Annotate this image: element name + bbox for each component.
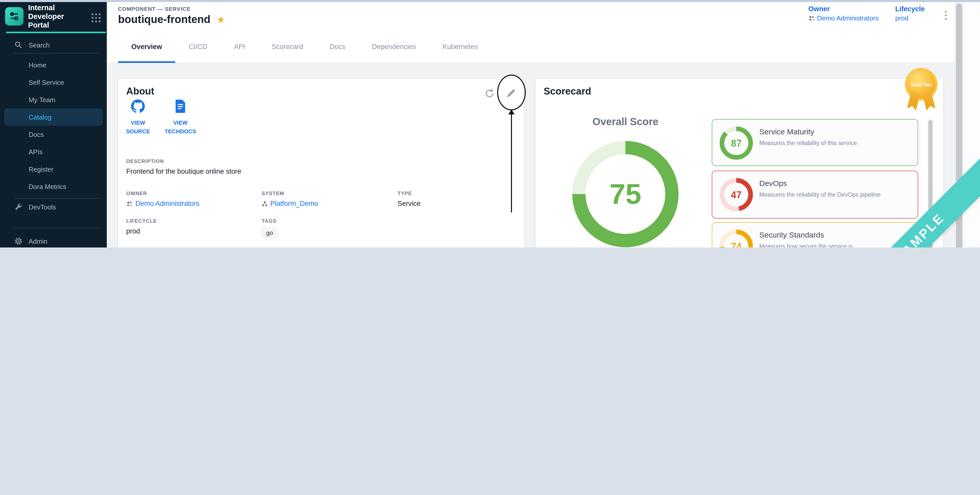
sidebar-item-devtools[interactable]: DevTools — [0, 199, 107, 215]
score-entry-title: DevOps — [759, 179, 787, 188]
lifecycle-value: prod — [895, 14, 908, 22]
svg-text:47: 47 — [731, 189, 741, 200]
right-rail — [964, 2, 980, 247]
sidebar-item-catalog[interactable]: Catalog — [4, 108, 103, 126]
description-value: Frontend for the boutique online store — [126, 167, 514, 175]
score-donut: 74 — [718, 228, 754, 247]
kebab-menu-icon[interactable] — [941, 9, 950, 21]
group-icon — [808, 15, 815, 21]
main-area: COMPONENT — SERVICE boutique-frontend ★ … — [107, 0, 980, 247]
edit-pencil-icon[interactable] — [505, 88, 518, 100]
lifecycle-value: prod — [126, 227, 157, 235]
tab-scorecard[interactable]: Scorecard — [258, 32, 316, 63]
sidebar-search[interactable]: Search — [0, 37, 107, 53]
overall-score-label: Overall Score — [574, 116, 676, 128]
score-entry-title: Service Maturity — [759, 127, 814, 136]
score-entry-service-maturity[interactable]: 87Service MaturityMeasures the reliabili… — [712, 119, 918, 166]
brand-title: Internal Developer Portal — [28, 3, 84, 29]
tab-api[interactable]: API — [221, 32, 259, 63]
sidebar-item-self-service[interactable]: Self Service — [0, 73, 107, 91]
scorecard-title: Scorecard — [544, 86, 591, 97]
system-icon — [262, 201, 268, 207]
scorecard-card: Scorecard Gold Tier Overall Score 75 87S… — [535, 78, 944, 247]
page-title: boutique-frontend — [118, 13, 210, 25]
score-entry-title: Security Standards — [759, 231, 824, 239]
score-entry-security-standards[interactable]: 74Security StandardsMeasures how secure … — [712, 222, 918, 247]
tab-dependencies[interactable]: Dependencies — [359, 32, 430, 63]
sidebar-item-docs[interactable]: Docs — [0, 126, 107, 143]
field-owner: OWNER Demo Administrators — [126, 191, 199, 207]
group-icon — [126, 201, 133, 206]
app-window: Internal Developer Portal Search HomeSel… — [0, 0, 980, 247]
overall-score-gauge: 75 — [572, 140, 679, 247]
field-type: TYPE Service — [398, 191, 420, 207]
tag-chip[interactable]: go — [262, 227, 278, 239]
overall-score-value: 75 — [572, 177, 679, 210]
tab-ci-cd[interactable]: CI/CD — [175, 32, 221, 63]
owner-link[interactable]: Demo Administrators — [808, 14, 878, 22]
header-owner: Owner Demo Administrators — [808, 5, 878, 22]
refresh-icon[interactable] — [484, 88, 496, 100]
score-entry-devops[interactable]: 47DevOpsMeasures the reliability of the … — [712, 170, 918, 219]
sidebar-item-label: DevTools — [29, 203, 56, 211]
sidebar-nav: HomeSelf ServiceMy TeamCatalogDocsAPIsRe… — [0, 56, 107, 195]
sidebar-item-home[interactable]: Home — [0, 56, 107, 73]
github-icon — [131, 99, 145, 113]
field-tags: TAGS go — [262, 218, 278, 239]
favorite-star-icon[interactable]: ★ — [216, 14, 225, 24]
type-value: Service — [398, 200, 420, 207]
annotation-arrowhead — [508, 109, 514, 115]
portal-logo-icon — [5, 7, 24, 25]
brand-divider — [6, 32, 106, 33]
sidebar-item-dora-metrics[interactable]: Dora Metrics — [0, 178, 107, 195]
sidebar-item-label: Admin — [29, 237, 48, 245]
tab-bar: OverviewCI/CDAPIScorecardDocsDependencie… — [107, 32, 980, 63]
score-donut: 47 — [718, 177, 754, 213]
tab-overview[interactable]: Overview — [118, 32, 175, 63]
owner-label: Owner — [808, 5, 878, 13]
divider — [14, 228, 101, 228]
page-header: COMPONENT — SERVICE boutique-frontend ★ … — [107, 0, 980, 32]
techdocs-icon — [174, 99, 187, 113]
view-source-link[interactable]: VIEWSOURCE — [115, 99, 161, 136]
tab-docs[interactable]: Docs — [316, 32, 359, 63]
gold-tier-badge: Gold Tier — [907, 70, 935, 99]
score-entry-description: Measures how secure the service is — [759, 243, 853, 247]
wrench-icon — [14, 203, 23, 211]
score-entries: 87Service MaturityMeasures the reliabili… — [712, 119, 918, 247]
about-card: About VIEWSOURCE VIEWT — [118, 78, 525, 247]
sidebar-item-my-team[interactable]: My Team — [0, 91, 107, 108]
window-top-edge — [0, 0, 980, 2]
sidebar: Internal Developer Portal Search HomeSel… — [0, 0, 107, 247]
tab-kubernetes[interactable]: Kubernetes — [429, 32, 491, 63]
lifecycle-label: Lifecycle — [895, 5, 925, 13]
system-link[interactable]: Platform_Demo — [262, 200, 318, 207]
svg-text:74: 74 — [731, 241, 741, 247]
about-title: About — [126, 86, 154, 97]
score-entry-description: Measures the reliability of the DevOps p… — [759, 191, 880, 198]
field-system: SYSTEM Platform_Demo — [262, 191, 318, 207]
field-description: DESCRIPTION Frontend for the boutique on… — [126, 158, 514, 175]
sidebar-search-label: Search — [29, 41, 49, 49]
search-icon — [14, 41, 23, 49]
header-lifecycle: Lifecycle prod — [895, 5, 925, 22]
sidebar-item-register[interactable]: Register — [0, 161, 107, 178]
field-lifecycle: LIFECYCLE prod — [126, 218, 157, 235]
divider — [14, 53, 101, 54]
sidebar-item-admin[interactable]: Admin — [0, 233, 107, 247]
sidebar-item-apis[interactable]: APIs — [0, 143, 107, 161]
owner-link[interactable]: Demo Administrators — [126, 200, 199, 207]
breadcrumb: COMPONENT — SERVICE — [118, 6, 191, 12]
apps-grid-icon[interactable] — [91, 12, 102, 24]
svg-text:87: 87 — [731, 138, 741, 149]
score-donut: 87 — [718, 125, 754, 161]
view-techdocs-link[interactable]: VIEWTECHDOCS — [158, 99, 204, 136]
score-entry-description: Measures the reliability of this service — [759, 140, 857, 146]
brand: Internal Developer Portal — [0, 2, 107, 31]
gear-icon — [14, 237, 23, 245]
